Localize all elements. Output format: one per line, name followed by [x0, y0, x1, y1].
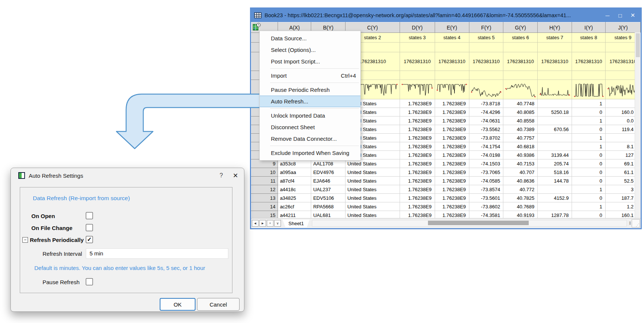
cell[interactable]: 40.7825	[503, 194, 538, 202]
cell[interactable]: United States	[345, 194, 400, 202]
fx-cell[interactable]	[435, 71, 469, 80]
comments-cell[interactable]: 1762381310	[400, 52, 435, 71]
cell[interactable]: 40.7389	[503, 125, 538, 134]
on-open-checkbox[interactable]	[86, 212, 93, 219]
horizontal-scrollbar[interactable]	[312, 220, 627, 227]
cell[interactable]: -74.0631	[469, 117, 503, 125]
sparkline-cell[interactable]	[400, 80, 435, 99]
cell[interactable]: a095aa	[278, 168, 311, 177]
dialog-close-icon[interactable]: ✕	[227, 172, 244, 180]
menu-item-auto-refresh[interactable]: Auto Refresh...	[260, 96, 360, 107]
menu-item-remove-data-connector[interactable]: Remove Data Connector...	[260, 133, 360, 145]
menu-item-exclude-imported-when-saving[interactable]: Exclude Imported When Saving	[260, 147, 360, 159]
cell[interactable]: 40.9386	[503, 151, 538, 159]
cell[interactable]: 670.56	[538, 125, 572, 134]
pause-refresh-checkbox[interactable]	[86, 278, 93, 285]
sparkline-cell[interactable]	[538, 80, 572, 99]
resize-grip-icon[interactable]: ⋰	[632, 219, 640, 227]
comments-cell[interactable]: 1762381310	[435, 52, 469, 71]
refresh-periodically-checkbox[interactable]: ✓	[86, 236, 93, 243]
cell[interactable]: -73.5562	[469, 125, 503, 134]
pane-splitter-icon[interactable]: ‖	[629, 221, 631, 226]
cell[interactable]: 40.6818	[503, 142, 538, 151]
long-name-cell[interactable]: states 5	[469, 33, 503, 43]
cell[interactable]: 1.76238E9	[435, 202, 469, 211]
column-header-H[interactable]: H(Y)	[538, 22, 572, 33]
cell[interactable]: United States	[345, 168, 400, 177]
menu-item-post-import-script[interactable]: Post Import Script...	[260, 56, 360, 67]
units-cell[interactable]	[400, 43, 435, 52]
cell[interactable]: 1.76238E9	[435, 194, 469, 202]
cell[interactable]: 1.76238E9	[435, 117, 469, 125]
cell[interactable]: 1	[572, 185, 606, 194]
cell[interactable]: 1.76238E9	[400, 194, 435, 202]
row-number[interactable]: 10	[251, 168, 278, 177]
row-number[interactable]: 12	[251, 185, 278, 194]
cell[interactable]: 1.76238E9	[400, 134, 435, 142]
cell[interactable]: -74.0585	[469, 177, 503, 185]
cell[interactable]	[538, 142, 572, 151]
sparkline-cell[interactable]	[469, 80, 503, 99]
fx-cell[interactable]	[503, 71, 538, 80]
cell[interactable]: EJA646	[311, 177, 345, 185]
cell[interactable]: 1.76238E9	[400, 177, 435, 185]
sparkline-cell[interactable]	[572, 80, 606, 99]
comments-cell[interactable]: 1762381310	[503, 52, 538, 71]
sheet-tab-sheet1[interactable]: Sheet1	[282, 220, 310, 227]
cell[interactable]: 0	[572, 159, 606, 168]
cell[interactable]: 1.76238E9	[400, 151, 435, 159]
cell[interactable]: -74.1503	[469, 159, 503, 168]
cell[interactable]: ac26cf	[278, 202, 311, 211]
tab-prev-button[interactable]: ◄	[252, 220, 259, 227]
cell[interactable]	[538, 185, 572, 194]
column-header-E[interactable]: E(Y)	[435, 22, 469, 33]
menu-item-select-options[interactable]: Select (Options)...	[260, 44, 360, 56]
cell[interactable]: EDV5106	[311, 194, 345, 202]
menu-item-disconnect-sheet[interactable]: Disconnect Sheet	[260, 121, 360, 133]
cancel-button[interactable]: Cancel	[197, 298, 240, 311]
cell[interactable]: UAL237	[311, 185, 345, 194]
cell[interactable]: 205.74	[538, 159, 572, 168]
comments-cell[interactable]: 1762381310	[469, 52, 503, 71]
fx-cell[interactable]	[400, 71, 435, 80]
menu-item-data-source[interactable]: Data Source...	[260, 32, 360, 44]
long-name-cell[interactable]: states 7	[538, 33, 572, 43]
sparkline-cell[interactable]	[435, 80, 469, 99]
cell[interactable]: 40.772	[503, 185, 538, 194]
cell[interactable]: 1	[572, 134, 606, 142]
cell[interactable]: 1	[572, 99, 606, 108]
fx-cell[interactable]	[538, 71, 572, 80]
cell[interactable]: 0	[572, 125, 606, 134]
cell[interactable]: United States	[345, 177, 400, 185]
cell[interactable]: -73.5601	[469, 194, 503, 202]
menu-item-pause-periodic-refresh[interactable]: Pause Periodic Refresh	[260, 84, 360, 96]
units-cell[interactable]	[572, 43, 606, 52]
cell[interactable]: 1	[572, 117, 606, 125]
cell[interactable]: -73.8602	[469, 202, 503, 211]
cell[interactable]: a4418c	[278, 185, 311, 194]
cell[interactable]: 1.76238E9	[400, 159, 435, 168]
cell[interactable]: EDV4976	[311, 168, 345, 177]
fx-cell[interactable]	[572, 71, 606, 80]
cell[interactable]: -73.8702	[469, 134, 503, 142]
comments-cell[interactable]: 1762381310	[572, 52, 606, 71]
cell[interactable]	[538, 134, 572, 142]
cell[interactable]: 0	[572, 108, 606, 117]
long-name-cell[interactable]: states 8	[572, 33, 606, 43]
cell[interactable]: 1.76238E9	[435, 134, 469, 142]
column-header-G[interactable]: G(Y)	[503, 22, 538, 33]
cell[interactable]: 40.7689	[503, 202, 538, 211]
cell[interactable]: 1.76238E9	[435, 177, 469, 185]
cell[interactable]: 1.76238E9	[435, 159, 469, 168]
cell[interactable]: 4152.9	[538, 194, 572, 202]
cell[interactable]: 40.7757	[503, 134, 538, 142]
cell[interactable]: a34825	[278, 194, 311, 202]
minimize-button[interactable]: ─	[601, 10, 614, 20]
vertical-scrollbar[interactable]	[635, 32, 641, 218]
units-cell[interactable]	[503, 43, 538, 52]
units-cell[interactable]	[538, 43, 572, 52]
cell[interactable]: 1.76238E9	[435, 142, 469, 151]
column-header-D[interactable]: D(Y)	[400, 22, 435, 33]
refresh-interval-input[interactable]: 5 min	[86, 248, 228, 259]
menu-item-import[interactable]: ImportCtrl+4	[260, 70, 360, 81]
